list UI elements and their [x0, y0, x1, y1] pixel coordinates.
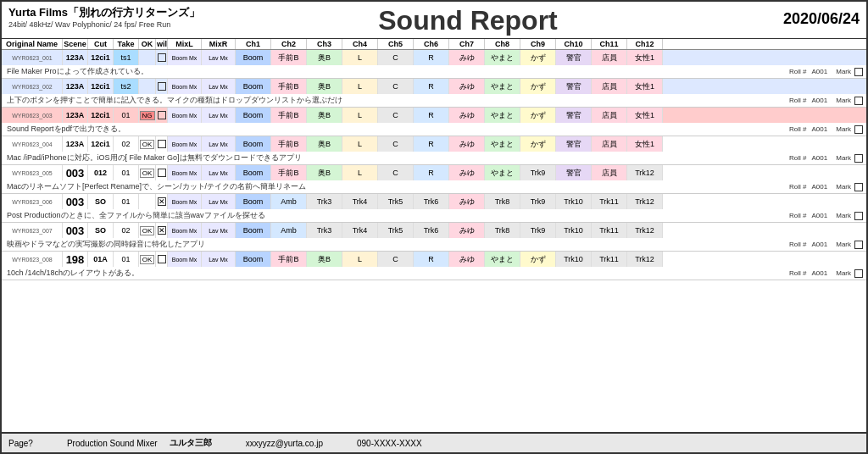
cell-cut: 12ci1 [88, 136, 114, 152]
cell-wild[interactable] [156, 223, 168, 238]
cell-scene: 003 [63, 223, 88, 238]
cell-ch2: Amb [271, 223, 307, 238]
company-name: Yurta Films [8, 6, 68, 19]
phone: 090-XXXX-XXXX [357, 439, 422, 448]
roll-value: A001 [812, 269, 828, 277]
ok-badge: OK [140, 226, 155, 235]
cell-mixl: Boom Mx [168, 136, 202, 152]
row-group: WYR0623_002123A12ci1ts2Boom MxLav MxBoom… [2, 79, 866, 108]
mark-checkbox[interactable] [854, 154, 863, 163]
mixer-name: ユルタ三郎 [170, 437, 212, 449]
wild-checkbox[interactable] [158, 82, 166, 91]
cell-scene: 123A [63, 136, 88, 152]
cell-take: ts1 [114, 50, 139, 65]
cell-ch4: L [342, 50, 378, 65]
cell-ch2: 手前B [271, 108, 307, 123]
cell-wild[interactable] [156, 136, 168, 152]
wild-checkbox[interactable] [158, 53, 166, 62]
cell-filename: WYR0623_002 [2, 79, 63, 94]
cell-take: 01 [114, 108, 139, 123]
cell-ch1: Boom [236, 223, 271, 238]
cell-wild[interactable] [156, 108, 168, 123]
cell-ch12: 女性1 [627, 50, 663, 65]
cell-ch5: C [378, 50, 414, 65]
cell-wild[interactable] [156, 194, 168, 209]
cell-wild[interactable] [156, 79, 168, 94]
row-group: WYR0623_00500301201OKBoom MxLav MxBoom手前… [2, 165, 866, 194]
footer-mixer: Production Sound Mixer ユルタ三郎 [67, 437, 212, 449]
cell-ch11: 店員 [592, 136, 627, 152]
cell-ch5: C [378, 165, 414, 180]
cell-mixr: Lav Mx [202, 165, 236, 180]
mark-checkbox[interactable] [854, 212, 863, 220]
roll-value: A001 [812, 154, 828, 162]
col-original-name: Original Name [2, 39, 63, 49]
roll-label: Roll # [789, 154, 806, 162]
cell-mixl: Boom Mx [168, 223, 202, 238]
cell-wild[interactable] [156, 50, 168, 65]
cell-ch6: R [414, 50, 449, 65]
table-body: WYR0623_001123A12ci1ts1Boom MxLav MxBoom… [2, 50, 866, 432]
cell-ch7: みゆ [449, 252, 485, 267]
column-headers: Original Name Scene Cut Take OK wild Mix… [2, 39, 866, 50]
cell-ch1: Boom [236, 79, 271, 94]
roll-label: Roll # [789, 269, 806, 277]
cell-ch7: みゆ [449, 223, 485, 238]
wild-checkbox[interactable] [158, 197, 166, 206]
col-mixr: MixR [202, 39, 236, 49]
roll-value: A001 [812, 183, 828, 191]
cell-ch12: Trk12 [627, 223, 663, 238]
col-ch6: Ch6 [414, 39, 449, 49]
mark-checkbox[interactable] [854, 269, 863, 278]
cell-ch3: 奥B [307, 165, 342, 180]
roll-mark-row: Roll # A001 Mark [786, 241, 866, 249]
cell-wild[interactable] [156, 165, 168, 180]
col-ch10: Ch10 [556, 39, 592, 49]
mark-checkbox[interactable] [854, 125, 863, 134]
roll-label: Roll # [789, 125, 806, 133]
cell-filename: WYR0623_008 [2, 252, 63, 267]
cell-ch1: Boom [236, 108, 271, 123]
cell-wild[interactable] [156, 252, 168, 267]
note-roll-container: Macのリネームソフト[Perfect Rename]で、シーン/カット/テイク… [2, 180, 866, 193]
row-group: WYR0623_00819801A01OKBoom MxLav MxBoom手前… [2, 252, 866, 280]
roll-value: A001 [812, 241, 828, 248]
cell-ch7: みゆ [449, 136, 485, 152]
header-left: Yurta Films「別れの行方リターンズ」 24bit/ 48kHz/ Wa… [8, 5, 246, 29]
page-label: Page? [8, 439, 33, 448]
col-ch2: Ch2 [271, 39, 307, 49]
title-jp: 「別れの行方リターンズ」 [68, 6, 200, 19]
row-group: WYR0623_004123A12ci102OKBoom MxLav MxBoo… [2, 136, 866, 165]
mark-checkbox[interactable] [854, 97, 863, 105]
mark-checkbox[interactable] [854, 68, 863, 76]
col-take: Take [114, 39, 139, 49]
cell-cut: 12ci1 [88, 79, 114, 94]
wild-checkbox[interactable] [158, 169, 166, 177]
col-ch7: Ch7 [449, 39, 485, 49]
wild-checkbox[interactable] [158, 226, 166, 235]
cell-ch8: やまと [485, 50, 520, 65]
cell-mixl: Boom Mx [168, 108, 202, 123]
wild-checkbox[interactable] [158, 111, 166, 119]
table-row: WYR0623_002123A12ci1ts2Boom MxLav MxBoom… [2, 79, 866, 94]
wild-checkbox[interactable] [158, 140, 166, 148]
cell-ch11: 店員 [592, 50, 627, 65]
mark-checkbox[interactable] [854, 183, 863, 191]
email: xxxyyzz@yurta.co.jp [246, 439, 323, 448]
row-group: WYR0623_007003SO02OKBoom MxLav MxBoomAmb… [2, 223, 866, 252]
mark-checkbox[interactable] [854, 241, 863, 249]
cell-mixr: Lav Mx [202, 194, 236, 209]
cell-ch8: Trk8 [485, 223, 520, 238]
note-roll-container: 映画やドラマなどの実写撮影の同時録音に特化したアプリ Roll # A001 M… [2, 238, 866, 251]
cell-ch3: Trk3 [307, 223, 342, 238]
cell-mixl: Boom Mx [168, 79, 202, 94]
wild-checkbox[interactable] [158, 255, 166, 263]
company-title: Yurta Films「別れの行方リターンズ」 [8, 5, 246, 20]
cell-scene: 123A [63, 108, 88, 123]
row-note: 上下のボタンを押すことで簡単に記入できる。マイクの種類はドロップダウンリストから… [2, 94, 348, 107]
cell-cut: 12ci1 [88, 50, 114, 65]
ok-badge: OK [140, 255, 155, 264]
col-ch11: Ch11 [592, 39, 627, 49]
roll-label: Roll # [789, 241, 806, 248]
row-note: Macのリネームソフト[Perfect Rename]で、シーン/カット/テイク… [2, 180, 311, 193]
